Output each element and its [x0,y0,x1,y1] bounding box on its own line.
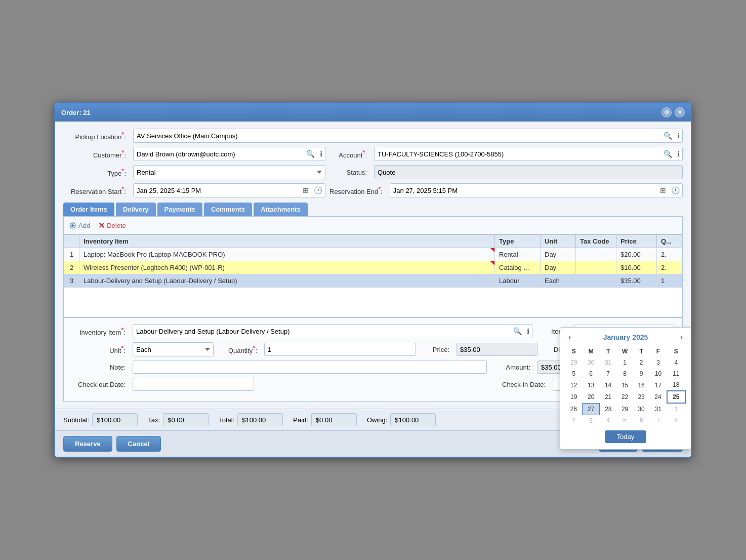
close-icon[interactable]: ✕ [675,107,685,117]
total-field: Total: $100.00 [219,413,283,426]
calendar-day[interactable]: 5 [565,368,582,379]
reserve-button[interactable]: Reserve [63,436,112,452]
calendar-day[interactable]: 15 [616,379,633,391]
pickup-info-icon[interactable]: ℹ [675,132,682,140]
account-input[interactable]: TU-FACULTY-SCIENCES (100-2700-5855) [375,148,661,160]
dialog-body: Pickup Location*: AV Services Office (Ma… [55,122,691,409]
pickup-input[interactable]: AV Services Office (Main Campus) [134,130,661,142]
detail-note-input[interactable] [133,361,487,374]
calendar-day[interactable]: 4 [600,415,616,426]
customer-label: Customer*: [63,149,129,159]
minimize-icon[interactable]: ⊘ [661,107,672,117]
calendar-day[interactable]: 4 [667,357,685,368]
detail-qty-input[interactable]: 1 [264,343,416,356]
calendar-popup: ‹ January 2025 › SMTWTFS 293031123456789… [560,327,691,450]
calendar-day[interactable]: 29 [616,403,633,415]
calendar-day[interactable]: 18 [667,379,685,391]
calendar-day[interactable]: 10 [649,368,667,379]
calendar-header: ‹ January 2025 › [565,333,686,342]
calendar-day[interactable]: 24 [649,391,667,403]
reservation-row: Reservation Start*: Jan 25, 2025 4:15 PM… [63,183,683,197]
delete-label: Delete [107,222,126,229]
detail-note-label: Note: [72,364,128,371]
calendar-day[interactable]: 1 [616,357,633,368]
calendar-day[interactable]: 30 [582,357,599,368]
detail-amount-label: Amount: [492,364,532,371]
calendar-day[interactable]: 19 [565,391,582,403]
calendar-day[interactable]: 8 [667,415,685,426]
account-search-icon[interactable]: 🔍 [661,150,675,158]
calendar-day[interactable]: 2 [565,415,582,426]
res-end-calendar-icon[interactable]: ⊞ [657,186,669,194]
table-row[interactable]: 3 Labour-Delivery and Setup (Labour-Deli… [64,274,682,288]
calendar-day[interactable]: 26 [565,403,582,415]
detail-checkout-input[interactable] [133,378,254,391]
customer-info-icon[interactable]: ℹ [317,150,325,158]
calendar-title: January 2025 [603,333,648,341]
res-end-clock-icon[interactable]: 🕐 [669,186,682,194]
table-row[interactable]: 1 Laptop: MacBook Pro (Laptop-MACBOOK PR… [64,248,682,261]
tab-payments[interactable]: Payments [157,203,202,216]
add-button[interactable]: ⊕ Add [69,220,90,231]
res-start-calendar-icon[interactable]: ⊞ [300,186,311,194]
calendar-day[interactable]: 21 [600,391,616,403]
calendar-day[interactable]: 17 [649,379,667,391]
calendar-day[interactable]: 27 [582,403,599,415]
calendar-day[interactable]: 2 [633,357,650,368]
tab-comments[interactable]: Comments [204,203,252,216]
res-start-input[interactable]: Jan 25, 2025 4:15 PM [134,185,300,196]
tab-order-items[interactable]: Order Items [63,203,114,216]
delete-button[interactable]: ✕ Delete [98,221,126,230]
col-item: Inventory Item [79,235,495,248]
calendar-prev[interactable]: ‹ [565,333,574,342]
calendar-day[interactable]: 30 [633,403,650,415]
calendar-day[interactable]: 13 [582,379,599,391]
detail-inventory-search-icon[interactable]: 🔍 [511,327,524,335]
detail-inventory-info-icon[interactable]: ℹ [524,327,532,335]
calendar-next[interactable]: › [677,333,686,342]
calendar-day[interactable]: 12 [565,379,582,391]
row-taxcode [576,248,616,261]
calendar-day[interactable]: 9 [633,368,650,379]
pickup-search-icon[interactable]: 🔍 [661,132,675,140]
calendar-day[interactable]: 22 [616,391,633,403]
calendar-day[interactable]: 3 [649,357,667,368]
table-toolbar: ⊕ Add ✕ Delete [64,217,682,234]
calendar-day[interactable]: 25 [667,391,685,403]
customer-input[interactable]: David Brown (dbrown@uofc.com) [134,148,304,160]
total-label: Total: [219,416,234,424]
calendar-day[interactable]: 1 [667,403,685,415]
today-button[interactable]: Today [605,430,647,443]
calendar-day[interactable]: 20 [582,391,599,403]
calendar-day[interactable]: 3 [582,415,599,426]
calendar-day[interactable]: 5 [616,415,633,426]
calendar-day[interactable]: 31 [600,357,616,368]
calendar-day[interactable]: 7 [649,415,667,426]
cancel-button[interactable]: Cancel [116,436,161,452]
detail-inventory-input[interactable]: Labour-Delivery and Setup (Labour-Delive… [133,326,511,337]
customer-search-icon[interactable]: 🔍 [304,150,317,158]
row-item: Labour-Delivery and Setup (Labour-Delive… [79,274,495,288]
calendar-day[interactable]: 6 [633,415,650,426]
table-row[interactable]: 2 Wireless Presenter (Logitech R400) (WP… [64,261,682,274]
calendar-day[interactable]: 29 [565,357,582,368]
calendar-day[interactable]: 14 [600,379,616,391]
calendar-day[interactable]: 16 [633,379,650,391]
tab-attachments[interactable]: Attachments [254,203,308,216]
col-unit: Unit [541,235,576,248]
tab-delivery[interactable]: Delivery [116,203,156,216]
account-info-icon[interactable]: ℹ [675,150,682,158]
detail-price-label: Price: [421,346,451,353]
calendar-day[interactable]: 11 [667,368,685,379]
detail-unit-select[interactable]: Each Day Hour [133,342,214,356]
res-start-clock-icon[interactable]: 🕐 [311,186,325,194]
calendar-day[interactable]: 23 [633,391,650,403]
type-select[interactable]: Rental [133,165,325,179]
calendar-day[interactable]: 31 [649,403,667,415]
owing-label: Owing: [367,416,387,424]
calendar-day[interactable]: 7 [600,368,616,379]
res-end-input[interactable]: Jan 27, 2025 5:15 PM [390,185,657,196]
calendar-day[interactable]: 6 [582,368,599,379]
calendar-day[interactable]: 28 [600,403,616,415]
calendar-day[interactable]: 8 [616,368,633,379]
